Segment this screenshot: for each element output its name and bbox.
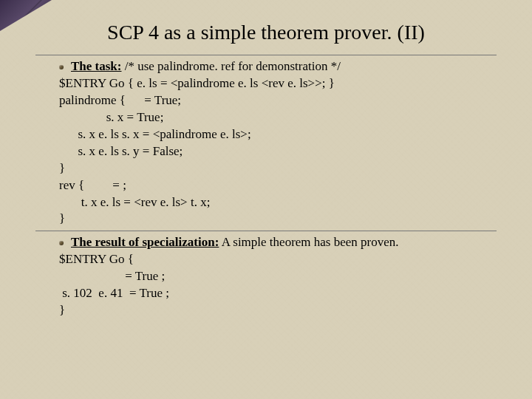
result-code-line: } bbox=[59, 302, 497, 319]
task-heading-row: The task: /* use palindrome. ref for dem… bbox=[59, 58, 497, 75]
result-code-line: = True ; bbox=[59, 268, 497, 285]
task-code-line: s. x e. ls s. x = <palindrome e. ls>; bbox=[59, 126, 497, 143]
task-code-line: s. x = True; bbox=[59, 109, 497, 126]
task-code-line: s. x e. ls s. y = False; bbox=[59, 143, 497, 160]
task-code-line: palindrome { = True; bbox=[59, 92, 497, 109]
bullet-icon bbox=[59, 65, 64, 69]
task-code-line: } bbox=[59, 211, 497, 228]
slide-title: SCP 4 as a simple theorem prover. (II) bbox=[0, 0, 532, 52]
divider-top bbox=[35, 55, 497, 55]
task-label: The task: bbox=[71, 59, 121, 73]
slide-content: The task: /* use palindrome. ref for dem… bbox=[0, 55, 532, 319]
result-code-line: s. 102 e. 41 = True ; bbox=[59, 285, 497, 302]
result-label: The result of specialization: bbox=[71, 235, 219, 249]
divider-mid bbox=[35, 231, 497, 231]
task-code-line: $ENTRY Go { e. ls = <palindrome e. ls <r… bbox=[59, 75, 497, 92]
task-code-line: t. x e. ls = <rev e. ls> t. x; bbox=[59, 194, 497, 211]
bullet-icon bbox=[59, 241, 64, 245]
result-heading-row: The result of specialization: A simple t… bbox=[59, 234, 497, 251]
task-code-line: rev { = ; bbox=[59, 177, 497, 194]
task-code-line: } bbox=[59, 160, 497, 177]
result-text: A simple theorem has been proven. bbox=[222, 235, 399, 249]
task-comment: /* use palindrome. ref for demonstration… bbox=[125, 59, 341, 73]
result-code-line: $ENTRY Go { bbox=[59, 251, 497, 268]
